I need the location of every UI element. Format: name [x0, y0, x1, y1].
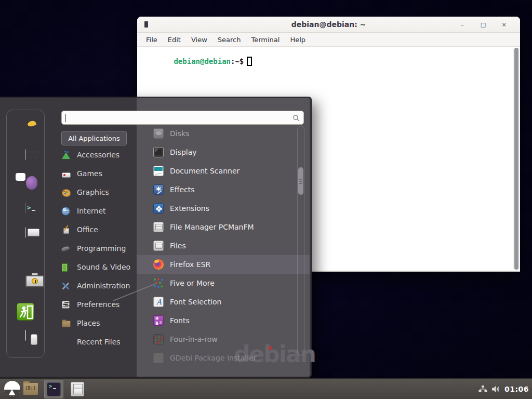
app-disks[interactable]: Disks [137, 124, 310, 143]
search-icon [292, 114, 300, 122]
internet-icon [61, 207, 70, 216]
terminal-favorite-icon[interactable] [25, 203, 26, 213]
network-icon[interactable] [478, 385, 487, 394]
disks-icon [153, 128, 164, 139]
sound-video-icon [61, 263, 70, 272]
system-tray: 01:06 [478, 379, 529, 399]
category-internet[interactable]: Internet [61, 202, 136, 220]
app-firefox-esr[interactable]: Firefox ESR [137, 255, 310, 274]
file-cabinet-icon [153, 222, 164, 232]
file-manager-launcher[interactable]: [D:] [23, 382, 38, 395]
maximize-button[interactable]: □ [478, 20, 488, 30]
category-recent-files[interactable]: Recent Files [61, 332, 136, 351]
administration-icon [61, 282, 70, 290]
search-input[interactable] [66, 112, 289, 123]
log-out-button[interactable] [17, 303, 34, 321]
menu-edit[interactable]: Edit [163, 36, 186, 44]
menu-button[interactable] [4, 381, 20, 397]
app-four-in-a-row[interactable]: Four-in-a-row [137, 330, 310, 349]
font-selection-icon [153, 297, 164, 307]
app-files[interactable]: Files [137, 236, 310, 255]
app-gdebi-package-installer[interactable]: GDebi Package Installer [137, 349, 310, 367]
fonts-icon [153, 315, 164, 326]
app-font-selection[interactable]: Font Selection [137, 292, 310, 311]
application-list: Disks Display Document Scanner Effects E… [137, 124, 310, 367]
category-sound-video[interactable]: Sound & Video [61, 258, 136, 276]
graphics-icon [61, 188, 70, 197]
firefox-icon [153, 259, 164, 270]
app-document-scanner[interactable]: Document Scanner [137, 162, 310, 180]
taskbar: [D:] 01:06 [0, 378, 532, 399]
app-fonts[interactable]: Fonts [137, 311, 310, 330]
files-launcher[interactable] [71, 382, 84, 396]
terminal-titlebar[interactable]: debian@debian: ~ – □ × [137, 17, 520, 33]
folder-icon-label: [D:] [25, 386, 35, 391]
onboard-keyboard-icon [25, 149, 26, 160]
document-scanner-icon [153, 166, 164, 176]
category-preferences[interactable]: Preferences [61, 295, 136, 314]
desktop: debian@debian: ~ – □ × File Edit View Se… [0, 0, 532, 399]
application-menu: debian [0, 97, 312, 378]
menu-file[interactable]: File [141, 36, 163, 44]
volume-icon[interactable] [491, 385, 500, 393]
menu-search-box[interactable] [61, 111, 304, 125]
four-in-a-row-icon [153, 334, 164, 344]
app-five-or-more[interactable]: Five or More [137, 274, 310, 292]
category-administration[interactable]: Administration [61, 276, 136, 295]
window-controls: – □ × [458, 17, 509, 33]
menu-view[interactable]: View [186, 36, 212, 44]
accessories-icon [61, 151, 70, 159]
clock[interactable]: 01:06 [504, 385, 529, 393]
minimize-button[interactable]: – [458, 20, 467, 30]
category-office[interactable]: Office [61, 220, 136, 239]
file-cabinet-icon [25, 227, 26, 238]
category-all-applications[interactable]: All Applications [61, 131, 127, 145]
close-button[interactable]: × [499, 20, 509, 30]
category-programming[interactable]: Programming [61, 239, 136, 258]
category-places[interactable]: Places [61, 314, 136, 332]
display-icon [153, 147, 164, 157]
category-accessories[interactable]: Accessories [61, 145, 136, 164]
app-extensions[interactable]: Extensions [137, 199, 310, 218]
programming-icon [61, 244, 70, 253]
terminal-icon [25, 203, 26, 214]
gdebi-icon [153, 353, 164, 363]
terminal-prompt: debian@debian:~$ [139, 48, 252, 74]
menu-scrollbar[interactable] [297, 126, 304, 356]
terminal-cursor [247, 57, 252, 66]
log-out-icon [17, 303, 34, 321]
no-icon [61, 338, 70, 347]
prompt-symbol: :~$ [231, 57, 244, 65]
taskbar-terminal-window-button[interactable] [44, 380, 63, 398]
menu-help[interactable]: Help [285, 36, 311, 44]
favorites-rail [6, 110, 45, 358]
file-cabinet-icon [153, 241, 164, 251]
prompt-user: debian@debian [174, 57, 231, 65]
app-display[interactable]: Display [137, 143, 310, 162]
menu-scrollbar-thumb[interactable] [298, 167, 303, 195]
places-icon [61, 319, 70, 328]
menu-search[interactable]: Search [212, 36, 246, 44]
app-file-manager-pcmanfm[interactable]: File Manager PCManFM [137, 218, 310, 236]
effects-icon [153, 184, 164, 195]
menu-terminal[interactable]: Terminal [246, 36, 285, 44]
preferences-icon [61, 300, 70, 309]
shut-down-icon [25, 330, 26, 341]
terminal-menubar: File Edit View Search Terminal Help [137, 33, 520, 47]
office-icon [61, 225, 70, 234]
terminal-scrollbar[interactable] [513, 48, 520, 270]
shut-down-button[interactable] [25, 330, 26, 340]
terminal-icon [47, 382, 61, 396]
text-caret [65, 114, 66, 122]
app-effects[interactable]: Effects [137, 180, 310, 199]
extensions-icon [153, 203, 164, 214]
category-graphics[interactable]: Graphics [61, 183, 136, 202]
file-manager-favorite-icon[interactable] [25, 228, 26, 237]
terminal-scrollbar-thumb[interactable] [514, 48, 518, 270]
category-list: Accessories Games Graphics Internet Offi… [61, 145, 136, 351]
games-icon [61, 169, 70, 178]
category-games[interactable]: Games [61, 164, 136, 183]
keyboard-favorite-icon[interactable] [25, 150, 26, 159]
